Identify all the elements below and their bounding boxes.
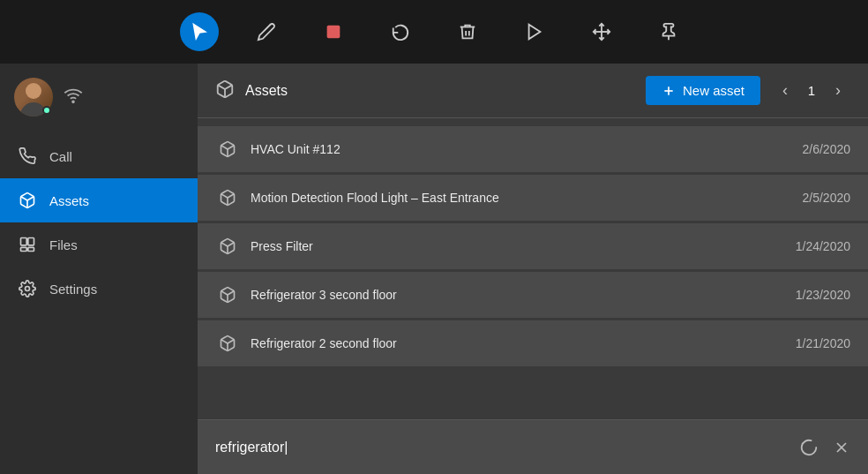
asset-row-name: HVAC Unit #112 [251, 142, 803, 156]
main-layout: Call Assets [0, 64, 868, 474]
files-label: Files [49, 237, 78, 252]
asset-row-icon [215, 335, 240, 352]
content-area: Assets New asset ‹ 1 › [198, 64, 868, 474]
play-button[interactable] [515, 12, 554, 51]
sidebar-nav: Call Assets [0, 134, 198, 474]
sidebar-item-files[interactable]: Files [0, 222, 198, 267]
asset-row-name: Refrigerator 3 second floor [251, 288, 796, 302]
asset-row-icon [215, 237, 240, 255]
assets-header-icon [215, 79, 235, 102]
content-title: Assets [245, 83, 288, 99]
asset-row-icon [215, 140, 240, 158]
gear-icon [18, 279, 37, 298]
avatar [14, 78, 53, 117]
wifi-icon [64, 86, 83, 109]
search-loading-icon [799, 438, 819, 457]
svg-rect-7 [21, 238, 27, 245]
phone-icon [18, 147, 37, 166]
sidebar-user-section [0, 64, 198, 134]
asset-list: HVAC Unit #112 2/6/2020 Motion Detection… [198, 118, 868, 419]
pen-tool-button[interactable] [247, 12, 286, 51]
sidebar: Call Assets [0, 64, 198, 474]
sidebar-item-settings[interactable]: Settings [0, 267, 198, 311]
search-actions [799, 438, 850, 457]
page-number: 1 [803, 83, 820, 98]
settings-label: Settings [49, 282, 97, 297]
call-label: Call [49, 149, 72, 164]
assets-label: Assets [49, 193, 89, 208]
svg-point-11 [26, 287, 30, 291]
asset-row-name: Motion Detection Flood Light – East Entr… [251, 191, 803, 205]
pin-button[interactable] [649, 12, 688, 51]
svg-marker-1 [529, 25, 541, 40]
search-clear-button[interactable] [833, 439, 850, 456]
sidebar-item-call[interactable]: Call [0, 134, 198, 178]
sidebar-item-assets[interactable]: Assets [0, 178, 198, 222]
table-row[interactable]: Press Filter 1/24/2020 [198, 223, 868, 269]
asset-row-name: Press Filter [251, 239, 796, 253]
new-asset-label: New asset [683, 83, 745, 98]
toolbar [0, 0, 868, 64]
prev-page-button[interactable]: ‹ [773, 79, 797, 103]
pagination: ‹ 1 › [773, 79, 850, 103]
table-row[interactable]: Refrigerator 2 second floor 1/21/2020 [198, 320, 868, 366]
next-page-button[interactable]: › [826, 79, 850, 103]
delete-button[interactable] [448, 12, 487, 51]
table-row[interactable]: Motion Detection Flood Light – East Entr… [198, 175, 868, 221]
svg-rect-0 [327, 26, 340, 39]
asset-row-date: 1/24/2020 [796, 239, 850, 253]
asset-row-icon [215, 286, 240, 304]
svg-point-5 [72, 101, 74, 102]
online-indicator [42, 106, 51, 115]
asset-row-date: 2/5/2020 [803, 191, 851, 205]
search-input[interactable] [215, 440, 799, 455]
asset-row-name: Refrigerator 2 second floor [251, 336, 796, 350]
move-button[interactable] [582, 12, 621, 51]
new-asset-button[interactable]: New asset [646, 76, 760, 105]
asset-row-date: 1/23/2020 [796, 288, 850, 302]
cursor-tool-button[interactable] [180, 12, 219, 51]
undo-button[interactable] [381, 12, 420, 51]
table-row[interactable]: HVAC Unit #112 2/6/2020 [198, 126, 868, 172]
svg-rect-10 [28, 247, 34, 251]
stop-tool-button[interactable] [314, 12, 353, 51]
table-row[interactable]: Refrigerator 3 second floor 1/23/2020 [198, 272, 868, 318]
asset-row-date: 1/21/2020 [796, 336, 850, 350]
search-bar [198, 419, 868, 474]
cube-icon [18, 191, 37, 210]
svg-rect-9 [21, 247, 27, 251]
svg-rect-8 [28, 238, 34, 245]
content-header: Assets New asset ‹ 1 › [198, 64, 868, 118]
asset-row-icon [215, 189, 240, 207]
asset-row-date: 2/6/2020 [803, 142, 851, 156]
files-icon [18, 235, 37, 254]
content-title-wrap: Assets [215, 79, 646, 102]
